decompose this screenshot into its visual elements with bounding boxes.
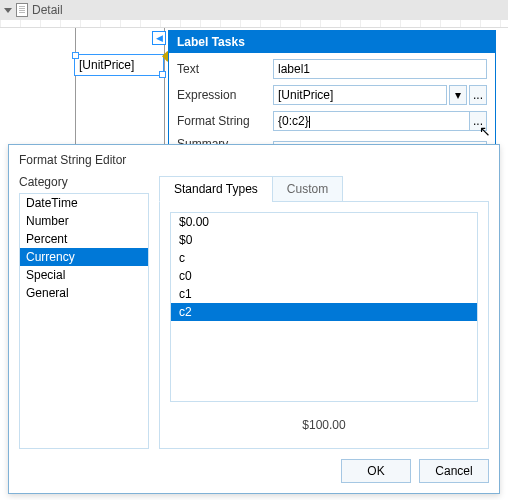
expression-input-value: [UnitPrice] bbox=[278, 88, 333, 102]
text-input[interactable]: label1 bbox=[273, 59, 487, 79]
format-list[interactable]: $0.00 $0 c c0 c1 c2 bbox=[170, 212, 478, 402]
guide-line bbox=[75, 28, 76, 148]
document-icon bbox=[16, 3, 28, 17]
format-string-editor-button[interactable]: ... bbox=[469, 111, 487, 131]
text-label: Text bbox=[177, 62, 267, 76]
format-tabs: Standard Types Custom bbox=[159, 175, 489, 201]
format-item-selected[interactable]: c2 bbox=[171, 303, 477, 321]
band-header[interactable]: Detail bbox=[0, 0, 508, 20]
category-item-general[interactable]: General bbox=[20, 284, 148, 302]
ellipsis-icon: ... bbox=[473, 88, 483, 102]
guide-line bbox=[164, 28, 165, 148]
format-item[interactable]: $0 bbox=[171, 231, 477, 249]
category-item-datetime[interactable]: DateTime bbox=[20, 194, 148, 212]
expression-dropdown-button[interactable]: ▾ bbox=[449, 85, 467, 105]
tab-standard-types[interactable]: Standard Types bbox=[159, 176, 273, 202]
band-label: Detail bbox=[32, 3, 63, 17]
tab-custom[interactable]: Custom bbox=[272, 176, 343, 202]
expression-input[interactable]: [UnitPrice] bbox=[273, 85, 447, 105]
format-string-input[interactable]: {0:c2} bbox=[273, 111, 469, 131]
chevron-down-icon: ▾ bbox=[455, 88, 461, 102]
smart-tag-button[interactable]: ◀ bbox=[152, 31, 166, 45]
format-item[interactable]: c0 bbox=[171, 267, 477, 285]
label-control-text: [UnitPrice] bbox=[79, 58, 134, 72]
selected-label-control[interactable]: [UnitPrice] ◆ ◀ bbox=[74, 54, 164, 76]
ok-button[interactable]: OK bbox=[341, 459, 411, 483]
collapse-icon bbox=[4, 8, 12, 13]
text-input-value: label1 bbox=[278, 62, 310, 76]
format-item[interactable]: c bbox=[171, 249, 477, 267]
format-panel: $0.00 $0 c c0 c1 c2 $100.00 bbox=[159, 201, 489, 449]
dialog-title: Format String Editor bbox=[9, 145, 499, 175]
format-item[interactable]: $0.00 bbox=[171, 213, 477, 231]
ellipsis-icon: ... bbox=[473, 114, 483, 128]
format-string-editor-dialog: Format String Editor Category DateTime N… bbox=[8, 144, 500, 494]
format-item[interactable]: c1 bbox=[171, 285, 477, 303]
category-label: Category bbox=[19, 175, 149, 189]
category-list[interactable]: DateTime Number Percent Currency Special… bbox=[19, 193, 149, 449]
format-preview: $100.00 bbox=[170, 402, 478, 438]
design-canvas[interactable]: [UnitPrice] ◆ ◀ Label Tasks Text label1 … bbox=[0, 28, 508, 148]
ruler bbox=[0, 20, 508, 28]
category-item-percent[interactable]: Percent bbox=[20, 230, 148, 248]
category-item-special[interactable]: Special bbox=[20, 266, 148, 284]
expression-editor-button[interactable]: ... bbox=[469, 85, 487, 105]
label-tasks-title: Label Tasks bbox=[169, 31, 495, 53]
expression-label: Expression bbox=[177, 88, 267, 102]
category-item-currency[interactable]: Currency bbox=[20, 248, 148, 266]
format-string-label: Format String bbox=[177, 114, 267, 128]
format-string-value: {0:c2} bbox=[278, 114, 310, 128]
category-item-number[interactable]: Number bbox=[20, 212, 148, 230]
cancel-button[interactable]: Cancel bbox=[419, 459, 489, 483]
